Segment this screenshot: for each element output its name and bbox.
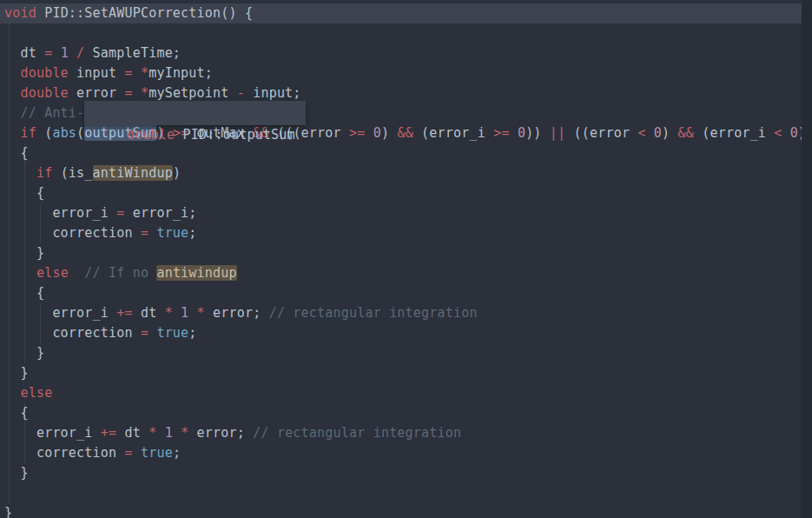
- code-token: }: [4, 465, 29, 481]
- code-token: true: [156, 325, 188, 341]
- code-token: error: [69, 85, 125, 101]
- code-editor[interactable]: void PID::SetAWUPCorrection() { dt = 1 /…: [0, 0, 802, 518]
- code-line[interactable]: }: [0, 243, 802, 263]
- code-token: // rectangular integration: [269, 305, 478, 321]
- code-token: [69, 265, 84, 281]
- code-line[interactable]: correction = true;: [0, 223, 802, 243]
- code-line[interactable]: else // If no antiwindup: [0, 263, 802, 283]
- code-token: (error_i: [694, 125, 774, 141]
- code-token: correction: [4, 325, 141, 341]
- code-line[interactable]: {: [0, 403, 802, 423]
- code-token: *: [141, 85, 149, 101]
- hover-type-tooltip: double PID::outputSum: [84, 101, 306, 125]
- code-token: double: [20, 65, 68, 81]
- code-token: =: [44, 45, 52, 61]
- code-line[interactable]: error_i = error_i;: [0, 203, 802, 223]
- code-token: &&: [678, 125, 694, 141]
- code-token: *: [165, 305, 173, 321]
- code-token: true: [156, 225, 188, 241]
- code-token: [133, 445, 141, 461]
- code-token: =: [124, 85, 132, 101]
- code-line[interactable]: [0, 483, 802, 503]
- code-token: error;: [205, 305, 269, 321]
- code-line[interactable]: {: [0, 283, 802, 303]
- code-token: error_i: [4, 425, 101, 441]
- code-token: else: [36, 265, 69, 281]
- code-token: [4, 265, 36, 281]
- code-line[interactable]: [0, 23, 802, 43]
- code-token: >=: [349, 125, 365, 141]
- code-token: [173, 425, 181, 441]
- code-token: =: [124, 445, 132, 461]
- code-token: (is_: [52, 165, 92, 181]
- code-lines: void PID::SetAWUPCorrection() { dt = 1 /…: [0, 0, 802, 518]
- hover-tooltip-content: double PID::outputSum: [127, 127, 295, 143]
- code-token: ;: [188, 225, 196, 241]
- code-token: error_i: [4, 205, 116, 221]
- code-token: =: [141, 325, 149, 341]
- code-line[interactable]: correction = true;: [0, 323, 802, 343]
- code-token: else: [20, 385, 52, 401]
- code-token: /: [76, 45, 84, 61]
- code-line[interactable]: {: [0, 143, 802, 163]
- code-token: (: [36, 125, 52, 141]
- code-token: PID::SetAWUPCorrection() {: [36, 5, 253, 21]
- code-token: *: [181, 425, 188, 441]
- code-token: dt: [116, 425, 149, 441]
- code-token: (error_i: [413, 125, 493, 141]
- code-line[interactable]: {: [0, 183, 802, 203]
- code-token: (: [76, 125, 84, 141]
- code-line[interactable]: }: [0, 463, 802, 483]
- code-token: =: [141, 225, 149, 241]
- code-token: 0: [373, 125, 381, 141]
- code-line[interactable]: correction = true;: [0, 443, 802, 463]
- code-token: double: [127, 127, 175, 143]
- code-line[interactable]: }: [0, 503, 802, 518]
- code-token: [173, 305, 181, 321]
- code-line[interactable]: double input = *myInput;: [0, 63, 802, 83]
- code-token: }: [4, 345, 44, 361]
- code-token: error;: [188, 425, 253, 441]
- code-token: void: [4, 5, 36, 21]
- code-token: *: [197, 305, 205, 321]
- code-token: true: [141, 445, 173, 461]
- code-token: [4, 125, 20, 141]
- code-token: [365, 125, 373, 141]
- code-line[interactable]: error_i += dt * 1 * error; // rectangula…: [0, 303, 802, 323]
- code-line-current[interactable]: void PID::SetAWUPCorrection() {: [0, 3, 802, 23]
- code-token: ;: [173, 445, 181, 461]
- code-line[interactable]: dt = 1 / SampleTime;: [0, 43, 802, 63]
- code-token: error_i: [4, 305, 116, 321]
- code-line[interactable]: if (is_antiWindup): [0, 163, 802, 183]
- code-token: ): [381, 125, 397, 141]
- code-token: [133, 85, 141, 101]
- code-token: antiWindup: [93, 165, 173, 181]
- code-line[interactable]: error_i += dt * 1 * error; // rectangula…: [0, 423, 802, 443]
- code-token: // If no: [84, 265, 156, 281]
- code-token: [69, 45, 76, 61]
- code-line[interactable]: }: [0, 343, 802, 363]
- code-token: ((error: [565, 125, 637, 141]
- code-token: [4, 105, 20, 121]
- code-token: [156, 425, 164, 441]
- code-token: )): [525, 125, 550, 141]
- vertical-scrollbar[interactable]: [802, 0, 812, 518]
- code-token: ||: [550, 125, 565, 141]
- code-token: [782, 125, 790, 141]
- code-token: {: [4, 285, 44, 301]
- code-token: +=: [101, 425, 116, 441]
- code-token: 0: [518, 125, 525, 141]
- code-token: // rectangular integration: [253, 425, 461, 441]
- code-token: myInput;: [149, 65, 213, 81]
- code-token: correction: [4, 445, 124, 461]
- code-token: 0: [654, 125, 662, 141]
- code-line[interactable]: else: [0, 383, 802, 403]
- code-token: dt: [4, 45, 44, 61]
- code-line[interactable]: }: [0, 363, 802, 383]
- code-token: // Anti-: [20, 105, 84, 121]
- code-token: [4, 165, 36, 181]
- code-token: =: [124, 65, 132, 81]
- code-token: {: [4, 145, 29, 161]
- code-token: PID::outputSum: [175, 127, 294, 143]
- code-token: [510, 125, 518, 141]
